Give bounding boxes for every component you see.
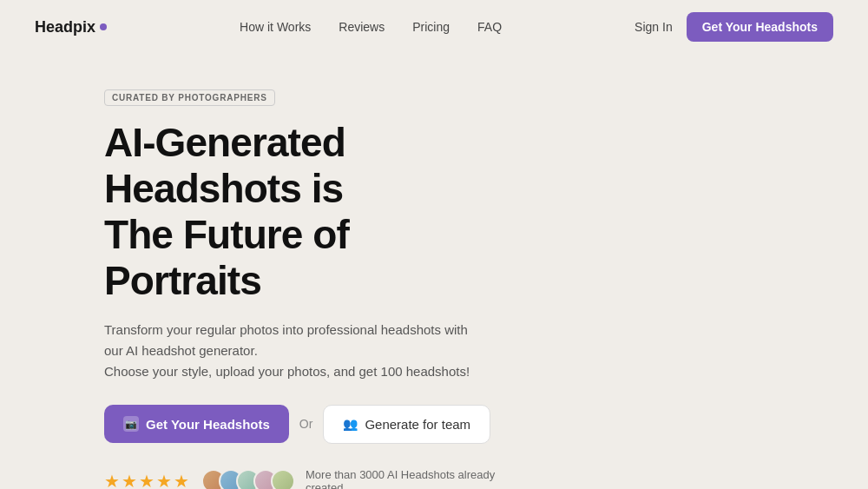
logo[interactable]: Headpix	[35, 18, 107, 36]
badge: CURATED BY PHOTOGRAPHERS	[104, 89, 275, 106]
nav-actions: Sign In Get Your Headshots	[635, 12, 833, 42]
social-count-text: More than 3000 AI Headshots already crea…	[306, 468, 503, 489]
avatar-group	[201, 469, 295, 489]
navbar: Headpix How it Works Reviews Pricing FAQ…	[0, 0, 868, 54]
btn-or-text: Or	[299, 417, 313, 431]
signin-button[interactable]: Sign In	[635, 20, 673, 34]
nav-cta-button[interactable]: Get Your Headshots	[687, 12, 833, 42]
nav-how-it-works[interactable]: How it Works	[240, 20, 311, 34]
avatar-5	[271, 469, 295, 489]
hero-section: CURATED BY PHOTOGRAPHERS AI-Generated He…	[0, 54, 538, 489]
generate-team-button[interactable]: 👥 Generate for team	[323, 405, 490, 444]
hero-subtitle-line1: Transform your regular photos into profe…	[104, 322, 468, 358]
social-proof: ★★★★★ More than 3000 AI Headshots alread…	[104, 468, 503, 489]
nav-reviews[interactable]: Reviews	[339, 20, 385, 34]
logo-dot	[100, 23, 107, 30]
hero-subtitle: Transform your regular photos into profe…	[104, 320, 477, 382]
hero-subtitle-line2: Choose your style, upload your photos, a…	[104, 364, 470, 379]
nav-links: How it Works Reviews Pricing FAQ	[240, 19, 502, 35]
team-icon: 👥	[343, 417, 358, 431]
hero-title-line2: The Future of Portraits	[104, 212, 349, 303]
btn-secondary-label: Generate for team	[365, 417, 470, 432]
star-rating: ★★★★★	[104, 471, 191, 489]
nav-faq[interactable]: FAQ	[477, 20, 502, 34]
get-headshots-button[interactable]: 📷 Get Your Headshots	[104, 405, 289, 443]
button-row: 📷 Get Your Headshots Or 👥 Generate for t…	[104, 405, 503, 444]
hero-title-line1: AI-Generated Headshots is	[104, 120, 345, 211]
hero-title: AI-Generated Headshots is The Future of …	[104, 120, 503, 304]
nav-pricing[interactable]: Pricing	[412, 20, 450, 34]
camera-icon: 📷	[123, 416, 139, 432]
logo-text: Headpix	[35, 18, 95, 36]
btn-primary-label: Get Your Headshots	[146, 417, 270, 432]
